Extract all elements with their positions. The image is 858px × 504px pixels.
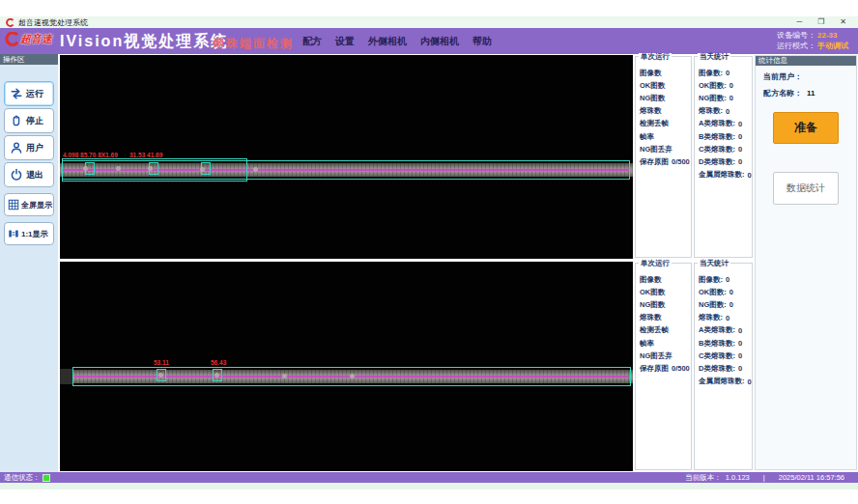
- bead-mark: [282, 374, 287, 378]
- stat-row: 图像数:0: [695, 67, 752, 79]
- stat-row: 熔珠数:0: [695, 312, 752, 324]
- measurement-label: 53.11: [154, 359, 169, 366]
- menu-item-recipe[interactable]: 配方: [302, 35, 322, 48]
- datetime-text: 2025/02/11 16:57:56: [779, 473, 844, 482]
- separator: |: [763, 473, 765, 482]
- single-run-panel-1: 单次运行 图像数 OK图数 NG图数 熔珠数 检测丢帧 帧率 NG图丢弃 保存原…: [635, 56, 692, 258]
- panel-title: 当天统计: [698, 260, 730, 267]
- measurement-label: 31.53 41.69: [129, 152, 162, 158]
- maximize-button[interactable]: ❐: [817, 16, 824, 28]
- stat-row: 金属屑熔珠数:0: [695, 376, 752, 388]
- recipe-name-label: 配方名称：: [763, 89, 802, 98]
- bead-mark: [350, 374, 355, 378]
- menu-item-inner-camera[interactable]: 内侧相机: [420, 35, 459, 48]
- one-to-one-icon: [8, 228, 19, 239]
- stat-row: 检测丢帧: [636, 324, 691, 337]
- run-mode-value: 手动调试: [817, 42, 848, 50]
- info-panel-title: 统计信息: [756, 56, 856, 66]
- exit-button-label: 退出: [26, 169, 43, 182]
- menu-item-settings[interactable]: 设置: [335, 35, 355, 48]
- device-id-label: 设备编号：: [777, 31, 815, 40]
- stat-row: 熔珠数:0: [695, 105, 752, 118]
- stop-button-label: 停止: [26, 115, 43, 127]
- run-button-label: 运行: [26, 88, 43, 100]
- stat-row: NG图丢弃: [636, 350, 691, 362]
- fullscreen-button[interactable]: 全屏显示: [4, 193, 54, 216]
- panel-title: 单次运行: [639, 260, 672, 267]
- stat-row: 图像数: [636, 273, 691, 286]
- stat-row: NG图丢弃: [636, 143, 691, 155]
- stat-row: 金属屑熔珠数:0: [695, 169, 752, 182]
- one-to-one-button-label: 1:1显示: [21, 229, 48, 239]
- stat-row: A类熔珠数:0: [695, 324, 752, 337]
- stat-row: NG图数: [636, 298, 691, 311]
- user-button[interactable]: 用户: [4, 135, 54, 160]
- stat-row: B类熔珠数:0: [695, 130, 752, 143]
- bead-mark: [116, 166, 121, 171]
- ready-button[interactable]: 准备: [773, 112, 839, 144]
- app-window: 超音速视觉处理系统 ─ ❐ ✕ 超音速 IVision视觉处理系统 熔珠端面检测…: [0, 0, 858, 504]
- stat-row: A类熔珠数:0: [695, 118, 752, 130]
- menu-item-help[interactable]: 帮助: [472, 35, 492, 48]
- version-value: 1.0.123: [726, 473, 750, 482]
- main-menu: 配方 设置 外侧相机 内侧相机 帮助: [302, 28, 492, 54]
- stat-row: OK图数:0: [695, 286, 752, 298]
- comm-status-label: 通信状态：: [4, 473, 41, 483]
- window-title: 超音速视觉处理系统: [18, 17, 88, 28]
- stat-row: NG图数: [636, 92, 691, 104]
- panel-title: 当天统计: [698, 53, 730, 61]
- stop-icon: [10, 114, 23, 127]
- camera-view-2: 53.11 56.43: [60, 262, 633, 471]
- minimize-button[interactable]: ─: [796, 16, 802, 28]
- bead-mark: [253, 167, 258, 172]
- current-user-label: 当前用户：: [763, 72, 802, 81]
- exit-icon: [10, 168, 23, 182]
- brand-logo: 超音速: [5, 32, 52, 46]
- stat-row: OK图数: [636, 79, 691, 92]
- desktop-strip: [0, 483, 858, 490]
- measurement-label: 56.43: [211, 359, 226, 366]
- stop-button[interactable]: 停止: [4, 108, 54, 133]
- daily-stats-panel-1: 当天统计 图像数:0 OK图数:0 NG图数:0 熔珠数:0 A类熔珠数:0 B…: [694, 56, 753, 258]
- stat-row: NG图数:0: [695, 298, 752, 311]
- stat-row: 熔珠数: [636, 105, 691, 118]
- user-button-label: 用户: [26, 142, 43, 154]
- bead-mark: [158, 373, 163, 378]
- stat-row: 保存原图0/500: [636, 362, 691, 375]
- fullscreen-icon: [8, 199, 19, 210]
- measurement-label: 4.098 85.70 8X1.69: [63, 152, 118, 158]
- bead-mark: [148, 166, 153, 171]
- one-to-one-button[interactable]: 1:1显示: [4, 222, 54, 245]
- app-header: 超音速 IVision视觉处理系统 熔珠端面检测 配方 设置 外侧相机 内侧相机…: [0, 28, 858, 54]
- stat-row: NG图数:0: [695, 92, 752, 104]
- data-stats-button[interactable]: 数据统计: [773, 172, 839, 205]
- user-icon: [10, 141, 23, 154]
- app-title: IVision视觉处理系统: [60, 32, 228, 52]
- stat-row: OK图数: [636, 286, 691, 298]
- logo-text: 超音速: [20, 32, 52, 46]
- close-button[interactable]: ✕: [840, 16, 846, 28]
- sidebar-title: 操作区: [0, 54, 58, 65]
- stat-row: D类熔珠数:0: [695, 155, 752, 168]
- version-label: 当前版本：: [685, 473, 722, 483]
- run-button[interactable]: 运行: [4, 81, 54, 106]
- window-titlebar: 超音速视觉处理系统 ─ ❐ ✕: [0, 16, 858, 28]
- exit-button[interactable]: 退出: [4, 162, 54, 187]
- app-icon: [6, 18, 14, 27]
- stat-row: 检测丢帧: [636, 118, 691, 130]
- bead-mark: [83, 166, 88, 171]
- run-icon: [10, 87, 23, 100]
- menu-item-outer-camera[interactable]: 外侧相机: [368, 35, 407, 48]
- daily-stats-panel-2: 当天统计 图像数:0 OK图数:0 NG图数:0 熔珠数:0 A类熔珠数:0 B…: [694, 263, 753, 470]
- bead-mark: [200, 167, 205, 172]
- stat-row: 帧率: [636, 130, 691, 143]
- stat-row: 图像数:0: [695, 273, 752, 286]
- fullscreen-button-label: 全屏显示: [21, 200, 52, 210]
- strip-left-cap: [60, 369, 73, 384]
- single-run-panel-2: 单次运行 图像数 OK图数 NG图数 熔珠数 检测丢帧 帧率 NG图丢弃 保存原…: [635, 263, 692, 470]
- status-bar: 通信状态： 当前版本： 1.0.123 | 2025/02/11 16:57:5…: [0, 472, 858, 483]
- stat-row: D类熔珠数:0: [695, 362, 752, 375]
- stat-row: 图像数: [636, 67, 691, 79]
- stat-row: C类熔珠数:0: [695, 350, 752, 362]
- comm-status-indicator: [43, 475, 49, 481]
